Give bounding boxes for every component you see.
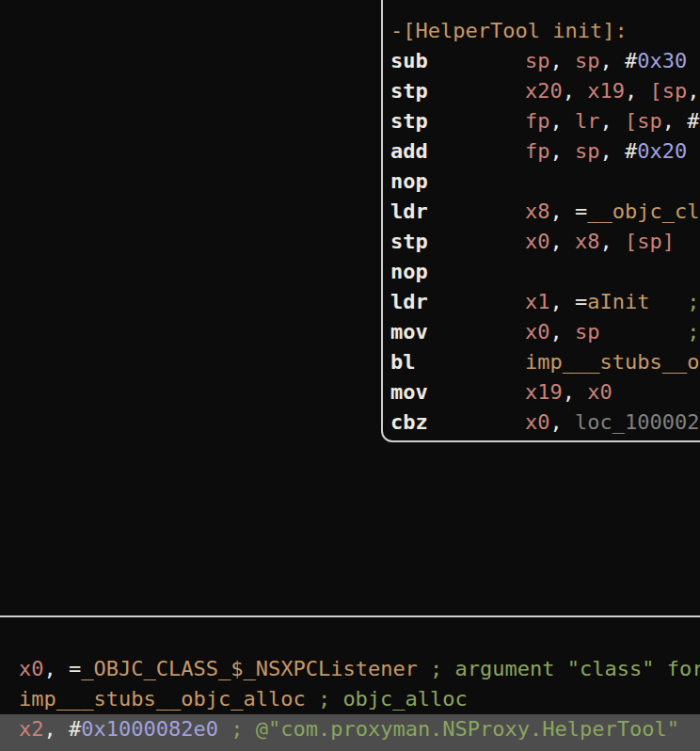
asm-line[interactable]: stpfp, lr, [sp, #: [383, 106, 700, 136]
asm-line[interactable]: ldrx1, =aInit ;: [383, 287, 700, 317]
asm-line[interactable]: nop: [383, 167, 700, 197]
token-com: ; @"com.proxyman.NSProxy.HelperTool": [218, 717, 679, 741]
asm-line[interactable]: cbzx0, loc_100002: [383, 407, 700, 438]
asm-line[interactable]: subsp, sp, #0x30: [383, 46, 700, 76]
mnemonic: cbz: [390, 407, 525, 438]
token-com: ;: [687, 290, 699, 313]
asm-line[interactable]: stpx20, x19, [sp,: [383, 76, 700, 106]
main-disassembly-lines: x0, =_OBJC_CLASS_$_NSXPCListener ; argum…: [0, 654, 700, 744]
asm-line[interactable]: blimp___stubs__o: [383, 347, 700, 377]
token-imm: 0x1000082e0: [81, 717, 218, 741]
token-p: #: [625, 49, 637, 72]
token-p: #: [69, 717, 81, 741]
token-p: =: [69, 657, 81, 680]
token-p: ,: [625, 79, 650, 103]
asm-line[interactable]: ldrx8, =__objc_cl: [383, 197, 700, 227]
mnemonic: stp: [390, 76, 525, 106]
mnemonic: ldr: [390, 287, 525, 317]
token-p: ,: [600, 109, 626, 133]
token-p: [600, 320, 688, 344]
asm-line[interactable]: movx0, sp ;: [383, 317, 700, 347]
token-p: [649, 290, 687, 313]
mnemonic: bl: [390, 347, 525, 377]
token-p: ,: [550, 200, 576, 223]
token-p: ,: [44, 657, 70, 680]
mnemonic: stp: [390, 106, 525, 136]
token-reg: x19: [587, 79, 625, 103]
method-label[interactable]: -[HelperTool init]:: [383, 16, 700, 46]
token-p: , #: [662, 109, 700, 133]
token-sym: __objc_cl: [587, 200, 699, 223]
token-reg: lr: [575, 109, 600, 133]
token-reg: fp: [525, 109, 550, 133]
token-reg: x0: [525, 320, 550, 344]
pane-splitter[interactable]: [0, 615, 700, 617]
token-reg: x0: [587, 380, 612, 404]
token-reg: x1: [525, 290, 550, 313]
token-imm: 0x30: [637, 49, 687, 72]
mnemonic: mov: [390, 317, 525, 347]
asm-line[interactable]: addfp, sp, #0x20: [383, 136, 700, 167]
token-p: ,: [550, 320, 576, 344]
token-sym: aInit: [587, 290, 649, 313]
token-imm: 0x20: [637, 139, 687, 163]
token-reg: sp: [575, 49, 600, 72]
token-reg: [sp: [625, 109, 662, 133]
popup-code-lines: -[HelperTool init]:subsp, sp, #0x30stpx2…: [383, 16, 700, 438]
token-com: ; argument "class" for: [418, 657, 700, 680]
token-p: ,: [550, 139, 576, 163]
token-p: ,: [550, 49, 576, 72]
token-com: ;: [687, 320, 699, 344]
token-p: #: [625, 139, 637, 163]
disassembler-window: { "colors": { "bg": "#0c0c0c", "border":…: [0, 0, 700, 751]
token-reg: x8: [525, 200, 550, 223]
token-reg: x0: [19, 657, 44, 680]
token-p: ,: [44, 717, 70, 741]
token-com: ; objc_alloc: [306, 687, 468, 711]
token-p: ,: [600, 139, 626, 163]
token-p: =: [575, 290, 587, 313]
token-loc: loc_100002: [575, 410, 699, 434]
token-p: =: [575, 200, 587, 223]
token-p: ,: [550, 109, 576, 133]
asm-line[interactable]: imp___stubs__objc_alloc ; objc_alloc: [0, 684, 700, 714]
token-reg: sp: [575, 320, 600, 344]
token-p: ,: [550, 230, 576, 253]
mnemonic: ldr: [390, 197, 525, 227]
token-reg: x2: [19, 717, 44, 741]
token-sym: -[HelperTool init]:: [390, 19, 628, 42]
mnemonic: nop: [390, 257, 525, 287]
token-p: ,: [687, 79, 699, 103]
token-reg: fp: [525, 139, 550, 163]
asm-line[interactable]: movx19, x0: [383, 377, 700, 407]
token-reg: sp: [525, 49, 550, 72]
asm-line[interactable]: stpx0, x8, [sp]: [383, 227, 700, 257]
mnemonic: sub: [390, 46, 525, 76]
token-sym: imp___stubs__objc_alloc: [19, 687, 306, 711]
disassembly-popup: -[HelperTool init]:subsp, sp, #0x30stpx2…: [381, 0, 700, 442]
token-p: ,: [600, 49, 626, 72]
token-reg: x8: [575, 230, 600, 253]
token-reg: x0: [525, 410, 550, 434]
token-reg: [sp: [650, 79, 688, 103]
token-p: ,: [563, 79, 588, 103]
token-sym: imp___stubs__o: [525, 350, 699, 374]
asm-line-selected[interactable]: x2, #0x1000082e0 ; @"com.proxyman.NSProx…: [0, 714, 700, 744]
mnemonic: mov: [390, 377, 525, 407]
asm-line[interactable]: x0, =_OBJC_CLASS_$_NSXPCListener ; argum…: [0, 654, 700, 684]
token-reg: x19: [525, 380, 563, 404]
mnemonic: stp: [390, 227, 525, 257]
token-reg: x0: [525, 230, 550, 253]
token-p: ,: [563, 380, 588, 404]
token-sym: _OBJC_CLASS_$_NSXPCListener: [81, 657, 418, 680]
token-p: ,: [550, 410, 576, 434]
token-p: ,: [550, 290, 576, 313]
mnemonic: add: [390, 136, 525, 167]
token-reg: [sp]: [625, 230, 675, 253]
token-reg: x20: [525, 79, 563, 103]
token-reg: sp: [575, 139, 600, 163]
mnemonic: nop: [390, 167, 525, 197]
token-p: ,: [600, 230, 626, 253]
asm-line[interactable]: nop: [383, 257, 700, 287]
